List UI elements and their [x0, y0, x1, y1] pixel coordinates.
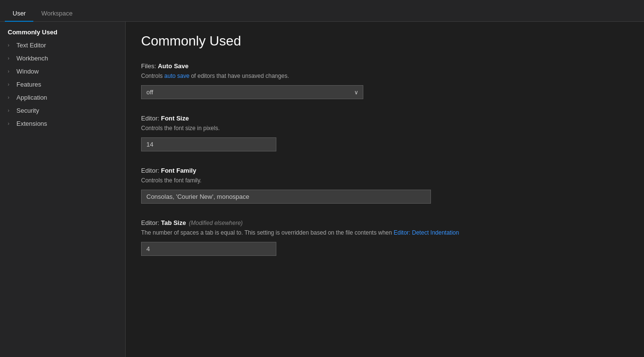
desc-suffix: of editors that have unsaved changes.: [189, 73, 289, 79]
label-bold: Font Size: [161, 115, 189, 122]
sidebar-item-label: Extensions: [16, 120, 47, 127]
label-prefix: Files:: [141, 62, 158, 70]
chevron-icon: ›: [8, 82, 14, 87]
font-size-input[interactable]: [141, 137, 276, 151]
sidebar-item-features[interactable]: › Features: [0, 78, 125, 91]
auto-save-link[interactable]: auto save: [164, 73, 189, 79]
desc-text: Controls: [141, 73, 164, 79]
sidebar-item-commonly-used[interactable]: Commonly Used: [0, 26, 125, 39]
font-family-input[interactable]: [141, 190, 431, 204]
sidebar-item-label: Features: [16, 81, 41, 88]
settings-content: Commonly Used Files: Auto Save Controls …: [126, 22, 644, 357]
sidebar: Commonly Used › Text Editor › Workbench …: [0, 22, 126, 357]
tab-bar: User Workspace: [0, 0, 644, 22]
sidebar-item-label: Commonly Used: [8, 29, 57, 36]
setting-label-files-auto-save: Files: Auto Save: [141, 62, 629, 70]
setting-label-font-size: Editor: Font Size: [141, 115, 629, 122]
auto-save-select[interactable]: off afterDelay onFocusChange onWindowCha…: [141, 85, 363, 99]
page-title: Commonly Used: [141, 33, 629, 49]
desc-text: Controls the font size in pixels.: [141, 125, 220, 132]
chevron-icon: ›: [8, 121, 14, 126]
sidebar-item-label: Workbench: [16, 55, 48, 62]
sidebar-item-label: Text Editor: [16, 42, 46, 49]
main-layout: Commonly Used › Text Editor › Workbench …: [0, 22, 644, 357]
sidebar-item-workbench[interactable]: › Workbench: [0, 52, 125, 65]
desc-text: The number of spaces a tab is equal to. …: [141, 229, 394, 236]
sidebar-item-label: Application: [16, 94, 47, 101]
chevron-icon: ›: [8, 43, 14, 48]
detect-indentation-link[interactable]: Editor: Detect Indentation: [394, 229, 459, 236]
sidebar-item-label: Security: [16, 107, 39, 114]
setting-desc-files-auto-save: Controls auto save of editors that have …: [141, 72, 629, 80]
setting-editor-font-size: Editor: Font Size Controls the font size…: [141, 115, 629, 151]
label-bold: Tab Size: [161, 219, 186, 226]
sidebar-item-text-editor[interactable]: › Text Editor: [0, 39, 125, 52]
label-bold: Auto Save: [158, 62, 189, 70]
tab-size-input[interactable]: [141, 242, 276, 256]
setting-desc-font-family: Controls the font family.: [141, 176, 629, 185]
setting-files-auto-save: Files: Auto Save Controls auto save of e…: [141, 62, 629, 99]
tab-workspace[interactable]: Workspace: [33, 6, 80, 22]
setting-editor-font-family: Editor: Font Family Controls the font fa…: [141, 167, 629, 204]
sidebar-item-extensions[interactable]: › Extensions: [0, 117, 125, 130]
sidebar-item-application[interactable]: › Application: [0, 91, 125, 104]
label-prefix: Editor:: [141, 219, 161, 226]
setting-label-tab-size: Editor: Tab Size(Modified elsewhere): [141, 219, 629, 226]
chevron-icon: ›: [8, 69, 14, 74]
label-prefix: Editor:: [141, 115, 161, 122]
label-bold: Font Family: [161, 167, 196, 174]
sidebar-item-security[interactable]: › Security: [0, 104, 125, 117]
auto-save-dropdown-wrapper: off afterDelay onFocusChange onWindowCha…: [141, 85, 363, 99]
tab-user[interactable]: User: [5, 6, 33, 22]
sidebar-item-window[interactable]: › Window: [0, 65, 125, 78]
sidebar-item-label: Window: [16, 68, 39, 75]
desc-text: Controls the font family.: [141, 177, 201, 184]
chevron-icon: ›: [8, 108, 14, 113]
chevron-icon: ›: [8, 56, 14, 61]
modified-badge: (Modified elsewhere): [189, 220, 243, 226]
label-prefix: Editor:: [141, 167, 161, 174]
setting-desc-tab-size: The number of spaces a tab is equal to. …: [141, 228, 629, 237]
setting-editor-tab-size: Editor: Tab Size(Modified elsewhere) The…: [141, 219, 629, 256]
setting-desc-font-size: Controls the font size in pixels.: [141, 124, 629, 133]
chevron-icon: ›: [8, 95, 14, 100]
setting-label-font-family: Editor: Font Family: [141, 167, 629, 174]
